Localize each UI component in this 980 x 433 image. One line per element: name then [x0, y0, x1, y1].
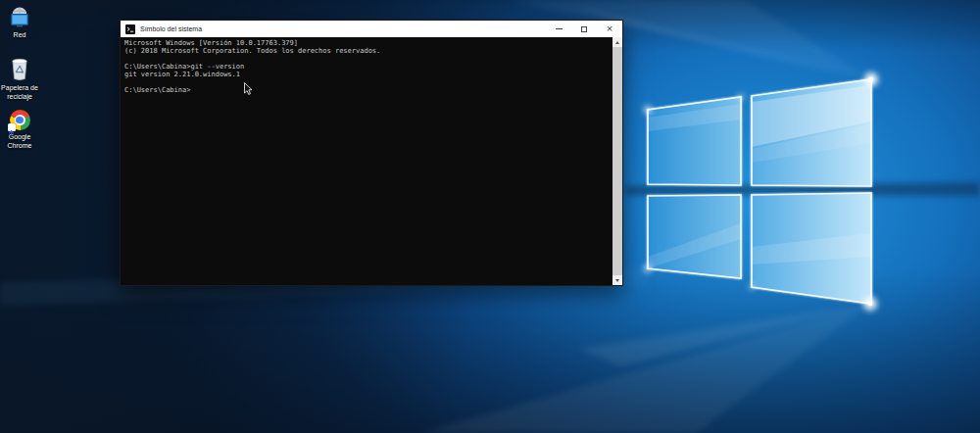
desktop-icon-chrome[interactable]: Google Chrome [0, 110, 39, 150]
scrollbar-down-button[interactable] [612, 275, 622, 285]
icon-label: Papelera de reciclaje [0, 83, 39, 101]
console-output[interactable]: Microsoft Windows [Versión 10.0.17763.37… [121, 37, 622, 285]
shortcut-arrow-icon [8, 123, 16, 131]
minimize-icon [556, 28, 563, 29]
console-line: (c) 2018 Microsoft Corporation. Todos lo… [124, 47, 609, 55]
desktop-icon-recycle-bin[interactable]: Papelera de reciclaje [0, 57, 39, 101]
icon-label: Google Chrome [0, 132, 39, 150]
scroll-up-icon [615, 41, 619, 44]
desktop: Red Papelera de reciclaje Google Chrome [0, 0, 980, 433]
console-line: git version 2.21.0.windows.1 [124, 71, 609, 78]
recycle-bin-icon [9, 57, 30, 81]
close-button[interactable]: × [597, 21, 622, 37]
icon-label: Red [14, 30, 26, 39]
cmd-icon [125, 24, 135, 34]
titlebar[interactable]: Símbolo del sistema × [121, 21, 622, 37]
close-icon: × [606, 24, 613, 33]
console-line [124, 78, 609, 86]
desktop-icon-network[interactable]: Red [0, 6, 39, 39]
scrollbar-thumb[interactable] [612, 47, 622, 275]
scrollbar[interactable] [612, 37, 622, 285]
console-line: C:\Users\Cabina> [124, 86, 609, 94]
maximize-button[interactable] [571, 21, 597, 37]
window-title: Símbolo del sistema [140, 25, 546, 32]
scroll-down-icon [615, 279, 619, 282]
console-line [124, 55, 609, 63]
console-line: C:\Users\Cabina>git --version [124, 63, 609, 71]
minimize-button[interactable] [546, 21, 571, 37]
maximize-icon [581, 26, 587, 32]
cmd-window: Símbolo del sistema × Microsoft Windows … [120, 20, 623, 286]
network-icon [8, 6, 31, 28]
scrollbar-up-button[interactable] [612, 37, 622, 47]
console-line: Microsoft Windows [Versión 10.0.17763.37… [124, 39, 609, 47]
